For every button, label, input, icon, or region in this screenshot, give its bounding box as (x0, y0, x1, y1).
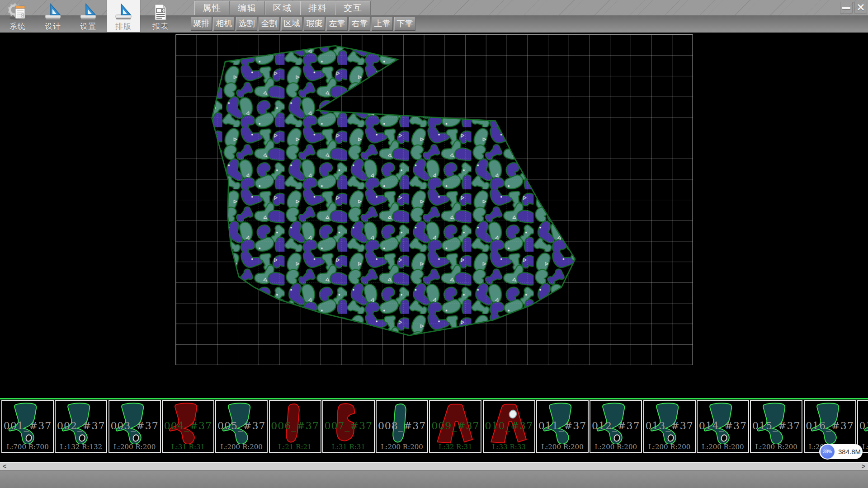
main-toolbar: 系统 设计 设置 排版 (0, 0, 868, 33)
report-doc-icon (151, 2, 170, 22)
report-button[interactable]: 报表 (144, 0, 177, 32)
action-buttons: 聚排相机选割全割区域瑕疵左靠右靠上靠下靠 (191, 17, 415, 31)
piece-lr-count: L:700 R:700 (2, 443, 53, 451)
piece-thumbnail[interactable]: 005_#37L:200 R:200 (215, 400, 268, 453)
action-button[interactable]: 左靠 (326, 17, 348, 31)
horizontal-scrollbar[interactable]: < > (0, 462, 868, 470)
piece-lr-count: L:200 R:200 (377, 443, 427, 451)
piece-thumbnail[interactable]: 015_#37L:200 R:200 (750, 400, 802, 453)
piece-name: 013_#37 (644, 420, 695, 432)
status-bar (0, 470, 868, 488)
system-button-label: 系统 (9, 23, 26, 31)
set-square-icon (43, 2, 63, 22)
piece-thumbnail[interactable]: 001_#37L:700 R:700 (1, 400, 54, 453)
minimize-button[interactable] (840, 2, 853, 14)
piece-name: 010_#37 (484, 420, 534, 432)
piece-thumbnail[interactable]: 013_#37L:200 R:200 (643, 400, 696, 453)
system-button[interactable]: 系统 (1, 0, 34, 32)
action-button[interactable]: 聚排 (191, 17, 212, 31)
piece-lr-count: L:132 R:132 (56, 443, 106, 451)
settings-button-label: 设置 (80, 23, 96, 31)
piece-name: 015_#37 (751, 420, 802, 432)
action-button[interactable]: 选割 (236, 17, 257, 31)
action-button[interactable]: 全割 (259, 17, 280, 31)
design-button-label: 设计 (45, 23, 61, 31)
menu-tab[interactable]: 交互 (335, 1, 371, 15)
menu-tab[interactable]: 区域 (265, 1, 300, 15)
layout-button-active[interactable]: 排版 (107, 0, 140, 32)
piece-name: 002_#37 (56, 420, 106, 432)
set-square-icon (78, 2, 98, 22)
gear-notepad-icon (8, 2, 28, 22)
menu-tab[interactable]: 排料 (300, 1, 335, 15)
pieces-strip: 001_#37L:700 R:700002_#37L:132 R:132003_… (0, 399, 868, 462)
piece-thumbnail[interactable]: 012_#37L:200 R:200 (590, 400, 642, 453)
action-button[interactable]: 右靠 (349, 17, 370, 31)
piece-name: 016_#37 (805, 420, 855, 432)
action-button[interactable]: 相机 (213, 17, 235, 31)
piece-thumbnail[interactable]: 014_#37L:200 R:200 (697, 400, 749, 453)
piece-thumbnail[interactable]: 006_#37L:21 R:21 (269, 400, 321, 453)
piece-name: 003_#37 (109, 420, 160, 432)
set-square-icon (113, 2, 133, 22)
piece-thumbnail[interactable]: 010_#37L:33 R:33 (483, 400, 535, 453)
scroll-left-arrow-icon[interactable]: < (3, 463, 6, 470)
progress-circle: 38% (820, 444, 835, 460)
piece-thumbnail[interactable]: 009_#37L:32 R:31 (429, 400, 481, 453)
design-button[interactable]: 设计 (36, 0, 70, 32)
piece-name: 017_#37 (858, 420, 868, 432)
action-button[interactable]: 上靠 (372, 17, 393, 31)
piece-name: 009_#37 (430, 420, 481, 432)
piece-name: 007_#37 (323, 420, 374, 432)
close-button[interactable]: ✕ (854, 2, 867, 14)
piece-name: 005_#37 (216, 420, 267, 432)
settings-button[interactable]: 设置 (71, 0, 105, 32)
piece-name: 012_#37 (590, 420, 641, 432)
piece-thumbnail[interactable]: 003_#37L:200 R:200 (108, 400, 161, 453)
piece-lr-count: L:33 R:33 (484, 443, 534, 451)
piece-thumbnail[interactable]: 007_#37L:31 R:31 (322, 400, 375, 453)
piece-lr-count: L:200 R:200 (216, 443, 267, 451)
piece-name: 004_#37 (163, 420, 213, 432)
piece-lr-count: L:31 R:31 (323, 443, 374, 451)
piece-thumbnail[interactable]: 002_#37L:132 R:132 (55, 400, 107, 453)
minimize-icon (842, 7, 850, 9)
piece-lr-count: L:200 R:200 (751, 443, 802, 451)
piece-lr-count: L:200 R:200 (644, 443, 695, 451)
scroll-right-arrow-icon[interactable]: > (862, 463, 865, 470)
menu-tab[interactable]: 编辑 (230, 1, 265, 15)
piece-lr-count: L:31 R:31 (163, 443, 213, 451)
piece-lr-count: L:200 R:200 (537, 443, 588, 451)
menu-tabs: 属性编辑区域排料交互 (194, 1, 371, 15)
piece-name: 011_#37 (537, 420, 588, 432)
piece-lr-count: L:200 R:200 (698, 443, 748, 451)
close-icon: ✕ (857, 3, 865, 13)
piece-lr-count: L:200 R:200 (109, 443, 160, 451)
report-button-label: 报表 (152, 23, 169, 31)
action-button[interactable]: 瑕疵 (304, 17, 325, 31)
memory-value: 384.8M (838, 444, 861, 459)
layout-button-label: 排版 (115, 23, 132, 31)
nesting-app-window: { "window": { "minimize_glyph": "–", "cl… (0, 0, 868, 488)
piece-lr-count: L:200 R:200 (590, 443, 641, 451)
action-button[interactable]: 下靠 (394, 17, 415, 31)
canvas-svg (0, 33, 868, 398)
piece-thumbnail[interactable]: 004_#37L:31 R:31 (162, 400, 214, 453)
action-button[interactable]: 区域 (281, 17, 302, 31)
piece-thumbnail[interactable]: 011_#37L:200 R:200 (536, 400, 589, 453)
piece-lr-count: L:21 R:21 (270, 443, 321, 451)
piece-thumbnail[interactable]: 008_#37L:200 R:200 (376, 400, 428, 453)
piece-name: 006_#37 (270, 420, 321, 432)
piece-lr-count: L:32 R:31 (430, 443, 481, 451)
memory-badge[interactable]: 38% 384.8M (819, 444, 863, 459)
menu-tab[interactable]: 属性 (194, 1, 230, 15)
nesting-canvas[interactable] (0, 33, 868, 398)
piece-name: 008_#37 (377, 420, 427, 432)
piece-name: 001_#37 (2, 420, 53, 432)
piece-name: 014_#37 (698, 420, 748, 432)
